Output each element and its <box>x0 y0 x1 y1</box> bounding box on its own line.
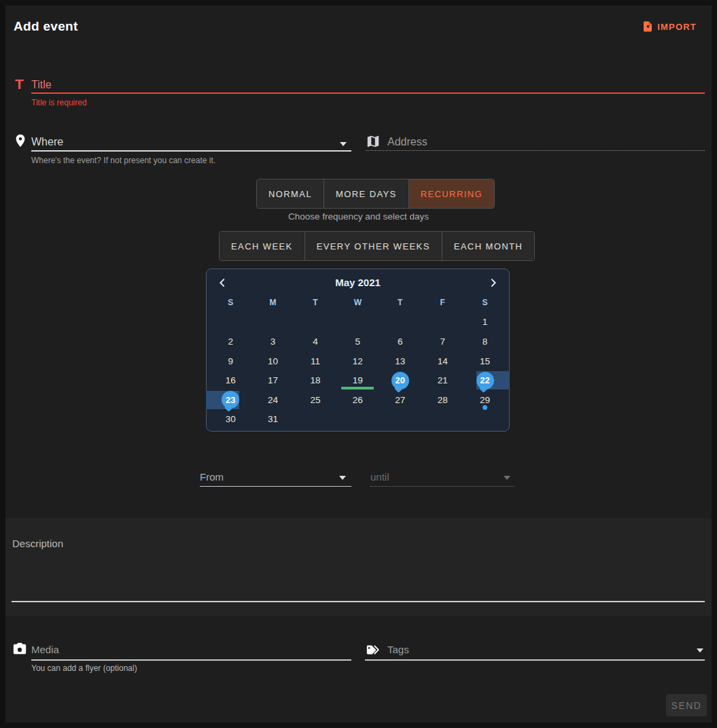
calendar-day-17[interactable]: 17 <box>251 370 294 390</box>
calendar-month-label: May 2021 <box>207 277 509 288</box>
calendar-day-30[interactable]: 30 <box>209 410 251 430</box>
calendar-weekday-header: S <box>209 293 251 313</box>
calendar-day-empty <box>379 410 421 430</box>
frequency-options: EACH WEEKEVERY OTHER WEEKSEACH MONTH <box>219 231 535 261</box>
calendar-day-5[interactable]: 5 <box>336 332 379 351</box>
calendar-day-empty <box>294 313 336 332</box>
calendar-day-29[interactable]: 29 <box>464 390 506 410</box>
frequency-each-month[interactable]: EACH MONTH <box>442 232 534 260</box>
description-placeholder: Description <box>12 538 63 549</box>
calendar-day-6[interactable]: 6 <box>379 332 421 351</box>
send-button[interactable]: SEND <box>666 694 707 716</box>
calendar-day-28[interactable]: 28 <box>421 390 464 410</box>
calendar-day-empty <box>251 313 294 332</box>
tab-normal[interactable]: NORMAL <box>257 179 323 208</box>
calendar-day-2[interactable]: 2 <box>209 332 251 351</box>
calendar-day-22[interactable]: 22 <box>464 370 506 390</box>
calendar-day-20[interactable]: 20 <box>379 370 421 390</box>
until-underline <box>370 486 514 487</box>
media-input[interactable]: Media <box>31 644 59 655</box>
page-title: Add event <box>14 19 78 34</box>
calendar-day-25[interactable]: 25 <box>294 390 336 410</box>
media-underline <box>31 659 351 661</box>
from-placeholder: From <box>200 471 224 483</box>
media-hint: You can add a flyer (optional) <box>31 663 137 673</box>
where-hint: Where's the event? If not present you ca… <box>31 156 215 165</box>
tab-more-days[interactable]: MORE DAYS <box>323 179 408 208</box>
where-underline <box>31 150 351 152</box>
import-button[interactable]: IMPORT <box>642 20 697 33</box>
calendar-day-1[interactable]: 1 <box>464 313 506 332</box>
tags-icon <box>365 642 381 657</box>
where-dropdown-arrow-icon[interactable] <box>340 142 347 146</box>
calendar-day-empty <box>209 313 251 332</box>
selected-day-marker: 20 <box>391 372 409 389</box>
calendar-day-empty <box>336 410 379 430</box>
calendar-day-8[interactable]: 8 <box>464 332 506 351</box>
from-time-select[interactable]: From <box>200 469 351 487</box>
description-textarea[interactable]: Description <box>5 518 712 616</box>
calendar-weekday-header: T <box>379 293 421 313</box>
tags-underline <box>365 659 705 661</box>
today-underline <box>341 387 374 389</box>
calendar-grid: SMTWTFS123456789101112131415161718192021… <box>209 293 506 429</box>
add-event-form: Add event IMPORT T Title Title is requir… <box>5 5 712 723</box>
title-input[interactable]: Title <box>31 79 52 91</box>
calendar-day-3[interactable]: 3 <box>251 332 294 351</box>
tab-recurring[interactable]: RECURRING <box>408 179 494 208</box>
calendar-day-empty <box>421 313 464 332</box>
calendar-day-empty <box>379 313 421 332</box>
until-dropdown-arrow-icon <box>504 476 510 480</box>
calendar-day-empty <box>421 410 464 430</box>
calendar-weekday-header: M <box>251 293 294 313</box>
calendar-day-14[interactable]: 14 <box>421 351 464 371</box>
calendar-day-19[interactable]: 19 <box>336 370 379 390</box>
until-placeholder: until <box>370 471 389 483</box>
tags-select[interactable]: Tags <box>387 644 409 655</box>
calendar-day-31[interactable]: 31 <box>251 410 294 430</box>
calendar-weekday-header: T <box>294 293 336 313</box>
file-import-icon <box>642 20 654 33</box>
where-select[interactable]: Where <box>31 136 63 148</box>
calendar-day-24[interactable]: 24 <box>251 390 294 410</box>
calendar-day-11[interactable]: 11 <box>294 351 336 371</box>
description-underline <box>12 601 705 602</box>
camera-icon <box>12 642 27 657</box>
frequency-every-other-weeks[interactable]: EVERY OTHER WEEKS <box>304 232 442 260</box>
calendar-day-empty <box>336 313 379 332</box>
title-underline <box>31 92 705 94</box>
location-pin-icon <box>13 133 28 148</box>
address-input[interactable]: Address <box>387 136 427 148</box>
calendar-day-26[interactable]: 26 <box>336 390 379 410</box>
title-text-icon: T <box>15 76 24 92</box>
calendar-day-21[interactable]: 21 <box>421 370 464 390</box>
from-underline <box>200 486 351 487</box>
until-time-select[interactable]: until <box>365 469 514 487</box>
calendar: May 2021 SMTWTFS123456789101112131415161… <box>206 268 510 432</box>
event-mode-tabs: NORMALMORE DAYSRECURRING <box>256 179 495 209</box>
selected-day-marker: 22 <box>476 372 494 389</box>
calendar-day-18[interactable]: 18 <box>294 370 336 390</box>
calendar-weekday-header: W <box>336 293 379 313</box>
map-icon <box>366 134 381 149</box>
calendar-weekday-header: S <box>464 293 506 313</box>
calendar-day-27[interactable]: 27 <box>379 390 421 410</box>
frequency-each-week[interactable]: EACH WEEK <box>220 232 304 260</box>
calendar-day-4[interactable]: 4 <box>294 332 336 351</box>
calendar-day-15[interactable]: 15 <box>464 351 506 371</box>
calendar-day-10[interactable]: 10 <box>251 351 294 371</box>
calendar-day-empty <box>294 410 336 430</box>
address-underline <box>366 150 705 151</box>
calendar-day-16[interactable]: 16 <box>209 370 251 390</box>
calendar-day-13[interactable]: 13 <box>379 351 421 371</box>
calendar-day-23[interactable]: 23 <box>209 390 251 410</box>
from-dropdown-arrow-icon <box>339 476 346 480</box>
calendar-day-empty <box>464 410 506 430</box>
tags-dropdown-arrow-icon[interactable] <box>697 648 703 653</box>
frequency-hint: Choose frequency and select days <box>5 211 712 222</box>
calendar-next-month-button[interactable] <box>486 276 501 291</box>
calendar-day-12[interactable]: 12 <box>336 351 379 371</box>
title-error-message: Title is required <box>31 98 87 107</box>
calendar-day-7[interactable]: 7 <box>421 332 464 351</box>
calendar-day-9[interactable]: 9 <box>209 351 251 371</box>
